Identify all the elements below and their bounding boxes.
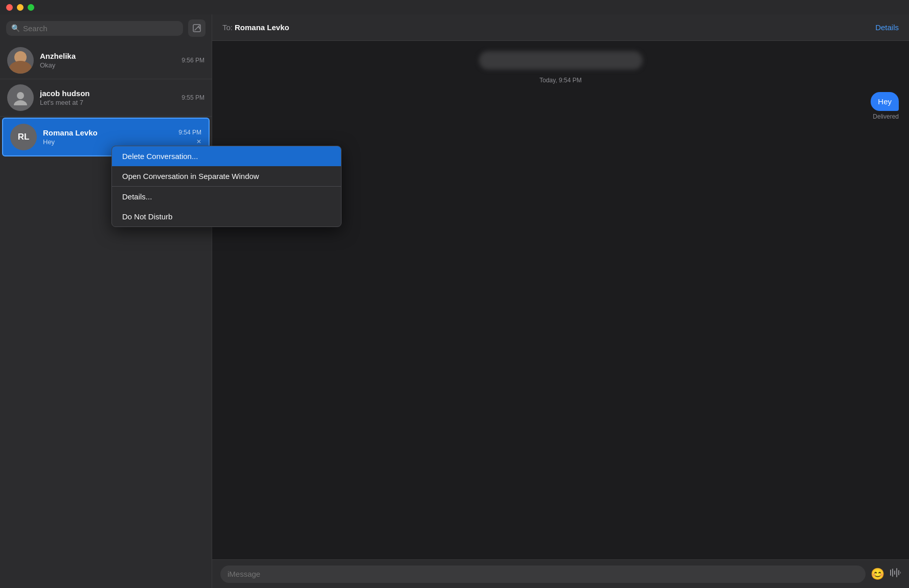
compose-icon xyxy=(192,24,201,33)
context-menu-delete[interactable]: Delete Conversation... xyxy=(112,146,341,166)
svg-rect-6 xyxy=(896,568,897,577)
title-bar xyxy=(0,0,909,14)
person-icon xyxy=(13,90,28,105)
conv-time-romana: 9:54 PM xyxy=(178,129,201,136)
context-menu-do-not-disturb[interactable]: Do Not Disturb xyxy=(112,207,341,227)
audio-icon xyxy=(890,567,901,578)
conv-preview-jacob: Let's meet at 7 xyxy=(40,99,175,106)
conv-preview-romana: Hey xyxy=(43,138,172,146)
svg-rect-8 xyxy=(900,572,901,574)
chat-header: To: Romana Levko Details xyxy=(212,14,909,41)
maximize-button[interactable] xyxy=(28,4,34,11)
to-label: To: xyxy=(222,23,233,32)
main-content: 🔍 Anzhelika Okay 9:56 xyxy=(0,14,909,588)
traffic-lights xyxy=(6,4,34,11)
chat-panel: To: Romana Levko Details Today, 9:54 PM … xyxy=(212,14,909,588)
conv-close-romana[interactable]: ✕ xyxy=(178,138,201,145)
messages-area: Today, 9:54 PM Hey Delivered xyxy=(212,41,909,559)
conversation-item-anzhelika[interactable]: Anzhelika Okay 9:56 PM xyxy=(0,42,212,79)
conv-info-romana: Romana Levko Hey xyxy=(43,128,172,146)
conv-name-romana: Romana Levko xyxy=(43,128,172,137)
message-bubble-hey: Hey xyxy=(871,92,899,111)
context-menu-open-separate[interactable]: Open Conversation in Separate Window xyxy=(112,166,341,186)
conv-meta-romana: 9:54 PM ✕ xyxy=(178,129,201,145)
date-separator: Today, 9:54 PM xyxy=(539,77,582,84)
svg-rect-4 xyxy=(892,569,893,577)
conv-name-jacob: jacob hudson xyxy=(40,89,175,98)
input-bar: 😊 xyxy=(212,559,909,588)
conv-name-anzhelika: Anzhelika xyxy=(40,52,175,60)
search-icon: 🔍 xyxy=(11,24,20,32)
message-input[interactable] xyxy=(228,570,858,578)
conv-preview-anzhelika: Okay xyxy=(40,61,175,69)
context-menu-details[interactable]: Details... xyxy=(112,187,341,207)
svg-rect-3 xyxy=(890,570,891,576)
conv-meta-jacob: 9:55 PM xyxy=(181,94,204,101)
avatar-romana: RL xyxy=(10,124,37,150)
sidebar-header: 🔍 xyxy=(0,14,212,42)
conversation-item-jacob[interactable]: jacob hudson Let's meet at 7 9:55 PM xyxy=(0,79,212,117)
conversation-list: Anzhelika Okay 9:56 PM jacob hudson xyxy=(0,42,212,588)
blurred-message xyxy=(479,51,643,70)
details-button[interactable]: Details xyxy=(875,23,899,32)
svg-point-1 xyxy=(17,92,24,99)
conv-meta-anzhelika: 9:56 PM xyxy=(181,57,204,64)
svg-point-2 xyxy=(14,100,27,105)
emoji-button[interactable]: 😊 xyxy=(871,568,884,581)
message-input-wrapper[interactable] xyxy=(220,566,866,583)
svg-rect-7 xyxy=(898,570,899,575)
svg-rect-5 xyxy=(894,571,895,575)
sidebar: 🔍 Anzhelika Okay 9:56 xyxy=(0,14,212,588)
audio-button[interactable] xyxy=(890,567,901,581)
delivered-status: Delivered xyxy=(873,113,899,120)
compose-button[interactable] xyxy=(188,19,206,37)
search-input[interactable] xyxy=(23,24,178,33)
conv-info-jacob: jacob hudson Let's meet at 7 xyxy=(40,89,175,106)
avatar-anzhelika xyxy=(7,47,34,74)
close-button[interactable] xyxy=(6,4,13,11)
message-row-hey: Hey Delivered xyxy=(222,92,899,120)
minimize-button[interactable] xyxy=(17,4,24,11)
chat-recipient: Romana Levko xyxy=(235,23,289,32)
conv-time-anzhelika: 9:56 PM xyxy=(181,57,204,64)
context-menu: Delete Conversation... Open Conversation… xyxy=(111,146,342,227)
search-bar[interactable]: 🔍 xyxy=(6,21,183,36)
conv-info-anzhelika: Anzhelika Okay xyxy=(40,52,175,69)
avatar-jacob xyxy=(7,84,34,111)
conv-time-jacob: 9:55 PM xyxy=(181,94,204,101)
